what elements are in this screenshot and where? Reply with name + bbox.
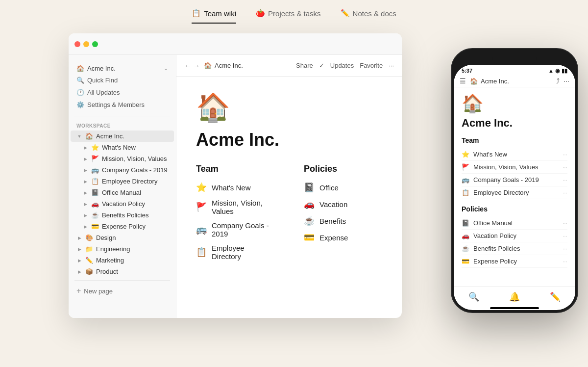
phone-time: 5:37 [462, 68, 472, 74]
sidebar-item-engineering[interactable]: ▶ 📁 Engineering [71, 243, 174, 255]
phone-notch [492, 54, 537, 65]
design-emoji: 🎨 [85, 234, 93, 241]
settings-members[interactable]: ⚙️ Settings & Members [69, 99, 176, 111]
policies-item-benefits[interactable]: ☕ Benefits [304, 215, 382, 226]
phone-item-dots-icon[interactable]: ··· [563, 258, 567, 265]
minimize-button[interactable] [83, 41, 89, 47]
phone-policies-expense[interactable]: 💳 Expense Policy ··· [462, 255, 567, 268]
sidebar-item-office-manual[interactable]: ▶ 📓 Office Manual [71, 187, 174, 198]
policies-item-expense[interactable]: 💳 Expense [304, 232, 382, 243]
tab-team-wiki[interactable]: 📋 Team wiki [192, 9, 236, 24]
forward-arrow-icon[interactable]: → [193, 62, 200, 70]
team-item-mission[interactable]: 🚩 Mission, Vision, Values [196, 199, 274, 215]
phone-team-title: Team [462, 136, 567, 144]
sidebar-divider [74, 116, 170, 116]
share-button[interactable]: Share [296, 62, 313, 69]
sidebar-item-employee-directory[interactable]: ▶ 📋 Employee Directory [71, 176, 174, 187]
phone-whats-new-emoji: ⭐ [462, 151, 469, 158]
phone-item-dots-icon[interactable]: ··· [563, 220, 567, 227]
phone-screen: 5:37 ▲ ◉ ▮▮ ☰ 🏠 Acme Inc. ⤴ ··· 🏠 Acme I… [454, 65, 575, 310]
quick-find-label: Quick Find [87, 77, 118, 84]
phone-status-bar: 5:37 ▲ ◉ ▮▮ [454, 65, 575, 75]
team-item-employee-dir[interactable]: 📋 Employee Directory [196, 244, 274, 261]
acme-label: Acme Inc. [96, 132, 124, 140]
top-navigation: 📋 Team wiki 🍅 Projects & tasks ✏️ Notes … [192, 0, 396, 24]
product-label: Product [96, 268, 118, 275]
sidebar-item-vacation-policy[interactable]: ▶ 🚗 Vacation Policy [71, 198, 174, 210]
phone-mockup: 5:37 ▲ ◉ ▮▮ ☰ 🏠 Acme Inc. ⤴ ··· 🏠 Acme I… [451, 48, 578, 313]
sidebar-item-marketing[interactable]: ▶ ✏️ Marketing [71, 255, 174, 266]
phone-item-dots-icon[interactable]: ··· [563, 245, 567, 252]
phone-policies-vacation[interactable]: 🚗 Vacation Policy ··· [462, 230, 567, 242]
favorite-button[interactable]: Favorite [360, 62, 383, 69]
policies-benefits-label: Benefits [319, 217, 346, 225]
phone-search-icon[interactable]: 🔍 [468, 291, 479, 302]
sidebar-divider-2 [74, 280, 170, 281]
close-button[interactable] [74, 41, 80, 47]
quick-find[interactable]: 🔍 Quick Find [69, 74, 176, 86]
more-button[interactable]: ··· [389, 62, 394, 69]
expand-arrow-icon: ▶ [76, 235, 82, 241]
phone-item-dots-icon[interactable]: ··· [563, 164, 567, 171]
team-wiki-icon: 📋 [192, 9, 201, 18]
phone-team-whats-new[interactable]: ⭐ What's New ··· [462, 148, 567, 161]
workspace-name[interactable]: 🏠 Acme Inc. ⌄ [71, 63, 174, 74]
phone-team-company-goals[interactable]: 🚌 Company Goals - 2019 ··· [462, 174, 567, 186]
phone-company-goals-label: Company Goals - 2019 [473, 176, 539, 184]
maximize-button[interactable] [92, 41, 98, 47]
tab-projects-tasks[interactable]: 🍅 Projects & tasks [256, 9, 321, 24]
policies-item-vacation[interactable]: 🚗 Vacation [304, 199, 382, 210]
phone-policies-vacation-left: 🚗 Vacation Policy [462, 232, 516, 239]
all-updates[interactable]: 🕐 All Updates [69, 86, 176, 99]
sidebar-item-whats-new[interactable]: ▶ ⭐ What's New [71, 142, 174, 153]
phone-whats-new-label: What's New [473, 151, 507, 158]
mission-icon: 🚩 [196, 202, 207, 212]
tab-projects-tasks-label: Projects & tasks [268, 9, 321, 18]
phone-policies-office[interactable]: 📓 Office Manual ··· [462, 217, 567, 230]
team-company-goals-label: Company Goals - 2019 [212, 221, 274, 238]
sidebar-item-expense[interactable]: ▶ 💳 Expense Policy [71, 221, 174, 232]
phone-benefits-emoji: ☕ [462, 245, 469, 252]
new-page-button[interactable]: + New page [71, 284, 174, 298]
notes-docs-icon: ✏️ [341, 9, 350, 18]
breadcrumb: 🏠 Acme Inc. [204, 62, 243, 69]
workspace-name-label: Acme Inc. [87, 65, 116, 72]
phone-share-icon[interactable]: ⤴ [556, 77, 560, 85]
team-item-company-goals[interactable]: 🚌 Company Goals - 2019 [196, 221, 274, 238]
sidebar-item-company-goals[interactable]: ▶ 🚌 Company Goals - 2019 [71, 164, 174, 176]
expand-arrow-icon: ▶ [82, 190, 88, 196]
sidebar-item-product[interactable]: ▶ 📦 Product [71, 266, 174, 277]
phone-vacation-emoji: 🚗 [462, 232, 469, 239]
phone-policies-benefits[interactable]: ☕ Benefits Policies ··· [462, 242, 567, 255]
phone-item-dots-icon[interactable]: ··· [563, 189, 567, 196]
policies-item-office[interactable]: 📓 Office [304, 182, 382, 193]
phone-expense-emoji: 💳 [462, 258, 469, 265]
sidebar-item-acme[interactable]: ▼ 🏠 Acme Inc. [71, 131, 174, 142]
hamburger-menu-icon[interactable]: ☰ [460, 77, 466, 85]
gear-icon: ⚙️ [76, 101, 84, 108]
phone-item-dots-icon[interactable]: ··· [563, 177, 567, 184]
team-item-whats-new[interactable]: ⭐ What's New [196, 182, 274, 193]
tab-notes-docs[interactable]: ✏️ Notes & docs [341, 9, 396, 24]
phone-item-dots-icon[interactable]: ··· [563, 233, 567, 239]
phone-nav-emoji: 🏠 [470, 78, 478, 85]
phone-team-employee-dir[interactable]: 📋 Employee Directory ··· [462, 186, 567, 199]
phone-team-mission[interactable]: 🚩 Mission, Vision, Values ··· [462, 161, 567, 174]
company-goals-icon: 🚌 [196, 224, 207, 235]
back-arrow-icon[interactable]: ← [184, 62, 191, 70]
updates-button[interactable]: Updates [330, 62, 354, 69]
phone-bell-icon[interactable]: 🔔 [509, 291, 520, 302]
sidebar-item-design[interactable]: ▶ 🎨 Design [71, 232, 174, 243]
phone-more-icon[interactable]: ··· [564, 77, 569, 85]
phone-edit-icon[interactable]: ✏️ [550, 291, 561, 302]
phone-employee-dir-label: Employee Directory [473, 189, 529, 196]
marketing-label: Marketing [96, 257, 124, 264]
engineering-label: Engineering [96, 245, 130, 253]
phone-item-dots-icon[interactable]: ··· [563, 151, 567, 158]
whats-new-icon: ⭐ [196, 182, 207, 193]
sidebar-item-mission[interactable]: ▶ 🚩 Mission, Vision, Values [71, 153, 174, 164]
sidebar-item-benefits[interactable]: ▶ ☕ Benefits Policies [71, 210, 174, 221]
topbar-actions: Share ✓ Updates Favorite ··· [296, 62, 394, 69]
phone-home-indicator[interactable] [490, 307, 539, 309]
team-mission-label: Mission, Vision, Values [212, 199, 274, 215]
